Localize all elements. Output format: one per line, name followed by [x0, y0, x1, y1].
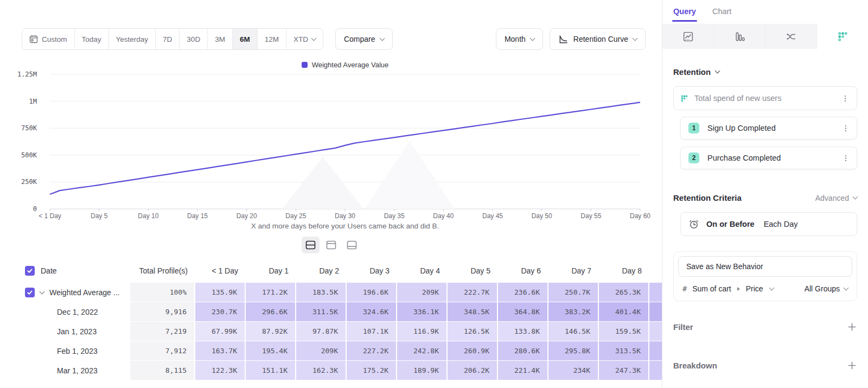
range-30d[interactable]: 30D: [180, 29, 208, 49]
tab-query[interactable]: Query: [673, 7, 696, 16]
row-date-cell: Jan 1, 2023: [22, 322, 130, 341]
behavior-step[interactable]: 2Purchase Completed: [680, 147, 857, 169]
table-row: Mar 1, 20238,115122.3K151.1K162.3K175.2K…: [22, 361, 662, 380]
x-axis-labels: < 1 DayDay 5Day 10Day 15Day 20Day 25Day …: [50, 212, 640, 221]
retention-value-cell: 163.7K: [195, 341, 246, 360]
range-label: Today: [82, 35, 101, 43]
retention-value-cell: 146.5K: [548, 322, 599, 341]
step-kebab-menu[interactable]: [841, 153, 851, 163]
retention-value-cell: 348.5K: [448, 302, 498, 321]
table-row: Jan 1, 20237,21967.99K87.92K97.87K107.1K…: [22, 322, 662, 341]
table-header-cell: < 1 Day: [195, 266, 246, 275]
table-header-date: Date: [22, 266, 130, 276]
x-tick-label: Day 45: [482, 212, 503, 220]
date-header-label: Date: [41, 266, 57, 275]
report-section-selector[interactable]: Retention: [673, 67, 857, 77]
groups-selector[interactable]: All Groups: [805, 284, 848, 293]
criteria-mode-selector[interactable]: Advanced: [815, 194, 857, 202]
funnels-icon: [734, 31, 745, 42]
y-axis-labels: 0250K500K750K1M1.25M: [0, 74, 43, 209]
main-panel: CustomTodayYesterday7D30D3M6M12MXTD Comp…: [0, 0, 662, 388]
row-total-cell: 7,912: [130, 341, 195, 360]
filter-section: Filter: [673, 322, 857, 332]
x-tick-label: Day 20: [237, 212, 257, 220]
retention-value-cell: 87.92K: [246, 322, 296, 341]
chevron-down-icon: [715, 68, 720, 74]
chevron-down-icon: [844, 285, 849, 290]
retention-value-cell: 183.5K: [296, 283, 347, 302]
chevron-down-icon: [633, 35, 638, 41]
clipped-value-cell: [649, 322, 662, 341]
range-label: 12M: [265, 35, 279, 43]
range-today[interactable]: Today: [75, 29, 109, 49]
table-header-row: DateTotal Profile(s)< 1 DayDay 1Day 2Day…: [22, 259, 662, 282]
select-all-checkbox[interactable]: [25, 266, 35, 276]
retention-value-cell: 107.1K: [347, 322, 397, 341]
retention-value-cell: 364.8K: [498, 302, 548, 321]
retention-value-cell: 336.1K: [397, 302, 448, 321]
row-checkbox[interactable]: [25, 288, 35, 297]
add-filter-button[interactable]: [847, 322, 857, 332]
add-breakdown-button[interactable]: [847, 360, 857, 371]
behavior-card[interactable]: Total spend of new users: [673, 86, 857, 110]
retention-value-cell: 122.3K: [195, 361, 246, 380]
table-header-cell: Day 1: [246, 266, 296, 275]
toolbar: CustomTodayYesterday7D30D3M6M12MXTD Comp…: [22, 28, 646, 50]
icon-tab-funnels[interactable]: [714, 24, 765, 49]
x-tick-label: < 1 Day: [39, 212, 61, 220]
table-only-view-button[interactable]: [343, 237, 361, 253]
groups-label: All Groups: [805, 284, 840, 293]
chart-only-view-button[interactable]: [322, 237, 340, 253]
retention-icon: [837, 31, 848, 42]
chevron-down-icon: [529, 35, 535, 41]
compare-button[interactable]: Compare: [335, 28, 393, 50]
y-tick-label: 0: [33, 205, 37, 213]
measurement-row: # Sum of cart Price All Groups: [678, 277, 852, 301]
criteria-condition-card[interactable]: On or Before Each Day: [680, 212, 857, 236]
retention-value-cell: 135.9K: [195, 283, 246, 302]
step-kebab-menu[interactable]: [841, 123, 851, 133]
clipped-value-cell: [649, 302, 662, 321]
split-view-button[interactable]: [302, 237, 320, 253]
tab-chart[interactable]: Chart: [712, 7, 731, 16]
retention-value-cell: 116.9K: [397, 322, 448, 341]
behavior-kebab-menu[interactable]: [840, 93, 850, 104]
retention-value-cell: 162.3K: [296, 361, 347, 380]
x-tick-label: Day 60: [630, 212, 650, 220]
number-property-icon: #: [682, 284, 687, 293]
icon-tab-flows[interactable]: [765, 24, 817, 49]
icon-tab-insights[interactable]: [662, 24, 714, 49]
row-date-cell: Weighted Average ...: [22, 283, 130, 302]
retention-value-cell: 260.9K: [448, 341, 498, 360]
breakdown-label: Breakdown: [673, 361, 847, 370]
range-12m[interactable]: 12M: [258, 29, 286, 49]
table-header-cell: Day 5: [448, 266, 498, 275]
row-total-cell: 9,916: [130, 302, 195, 321]
retention-value-cell: 401.4K: [599, 302, 649, 321]
chart-caption: X and more days before your Users came b…: [50, 222, 640, 230]
step-number-badge: 1: [688, 123, 699, 133]
range-6m[interactable]: 6M: [233, 29, 258, 49]
table-header-cell: Day 6: [498, 266, 548, 275]
chart-type-button[interactable]: Retention Curve: [550, 28, 646, 50]
range-xtd[interactable]: XTD: [286, 29, 323, 49]
calendar-icon: [29, 35, 38, 43]
table-header-cell: Day 3: [347, 266, 397, 275]
y-tick-label: 500K: [21, 151, 37, 159]
measurement-subproperty[interactable]: Price: [746, 284, 763, 293]
retention-value-cell: 247.3K: [599, 361, 649, 380]
range-yesterday[interactable]: Yesterday: [109, 29, 156, 49]
granularity-button[interactable]: Month: [496, 28, 543, 50]
range-custom[interactable]: Custom: [22, 29, 75, 49]
row-date-label: Weighted Average ...: [49, 288, 119, 297]
expand-row-chevron-icon[interactable]: [40, 289, 45, 294]
retention-line-chart: [50, 74, 640, 209]
range-3m[interactable]: 3M: [208, 29, 233, 49]
step-event-label: Sign Up Completed: [707, 124, 833, 132]
range-7d[interactable]: 7D: [156, 29, 180, 49]
save-as-new-behavior-button[interactable]: Save as New Behavior: [678, 256, 852, 277]
behavior-step[interactable]: 1Sign Up Completed: [680, 117, 857, 139]
icon-tab-retention[interactable]: [817, 24, 868, 49]
measurement-property[interactable]: Sum of cart: [692, 284, 731, 293]
x-tick-label: Day 35: [384, 212, 405, 220]
